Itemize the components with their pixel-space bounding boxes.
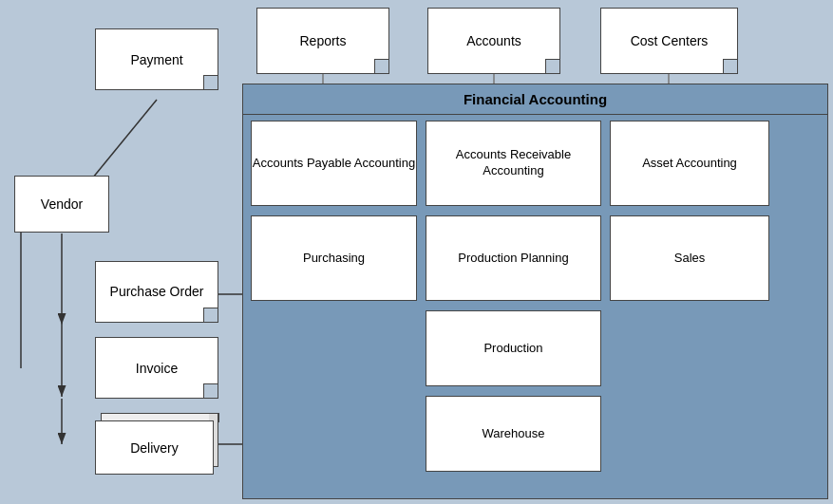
payment-box: Payment bbox=[95, 28, 218, 90]
asset-accounting-box: Asset Accounting bbox=[610, 121, 769, 206]
invoice-box: Invoice bbox=[95, 337, 218, 399]
financial-accounting-label: Financial Accounting bbox=[464, 91, 607, 107]
accounts-payable-label: Accounts Payable Accounting bbox=[253, 156, 415, 172]
production-planning-box: Production Planning bbox=[426, 215, 601, 301]
delivery-box: Delivery bbox=[95, 413, 218, 475]
tab-cost-centers[interactable]: Cost Centers bbox=[600, 8, 738, 74]
production-label: Production bbox=[483, 341, 542, 357]
sales-box: Sales bbox=[610, 215, 769, 301]
warehouse-label: Warehouse bbox=[483, 426, 545, 442]
delivery-main: Delivery bbox=[95, 420, 214, 475]
tab-reports[interactable]: Reports bbox=[256, 8, 389, 74]
accounts-payable-box: Accounts Payable Accounting bbox=[251, 121, 417, 206]
purchasing-box: Purchasing bbox=[251, 215, 417, 301]
tab-accounts-label: Accounts bbox=[466, 33, 521, 48]
asset-accounting-label: Asset Accounting bbox=[642, 156, 737, 172]
sales-label: Sales bbox=[674, 251, 706, 267]
payment-label: Payment bbox=[130, 52, 182, 67]
vendor-label: Vendor bbox=[41, 196, 83, 212]
tab-cost-centers-label: Cost Centers bbox=[631, 33, 709, 48]
accounts-receivable-label: Accounts Receivable Accounting bbox=[426, 147, 600, 179]
invoice-label: Invoice bbox=[136, 361, 178, 376]
purchasing-label: Purchasing bbox=[303, 251, 365, 267]
production-box: Production bbox=[426, 310, 601, 386]
financial-accounting-container: Financial Accounting Accounts Payable Ac… bbox=[242, 84, 828, 499]
delivery-label: Delivery bbox=[130, 440, 179, 456]
warehouse-box: Warehouse bbox=[426, 396, 601, 472]
purchase-order-box: Purchase Order bbox=[95, 261, 218, 323]
financial-accounting-header: Financial Accounting bbox=[243, 84, 827, 115]
production-planning-label: Production Planning bbox=[458, 251, 568, 267]
vendor-box: Vendor bbox=[14, 176, 109, 233]
tab-accounts[interactable]: Accounts bbox=[427, 8, 560, 74]
accounts-receivable-box: Accounts Receivable Accounting bbox=[426, 121, 601, 206]
tab-reports-label: Reports bbox=[299, 33, 346, 48]
purchase-order-label: Purchase Order bbox=[110, 283, 204, 300]
